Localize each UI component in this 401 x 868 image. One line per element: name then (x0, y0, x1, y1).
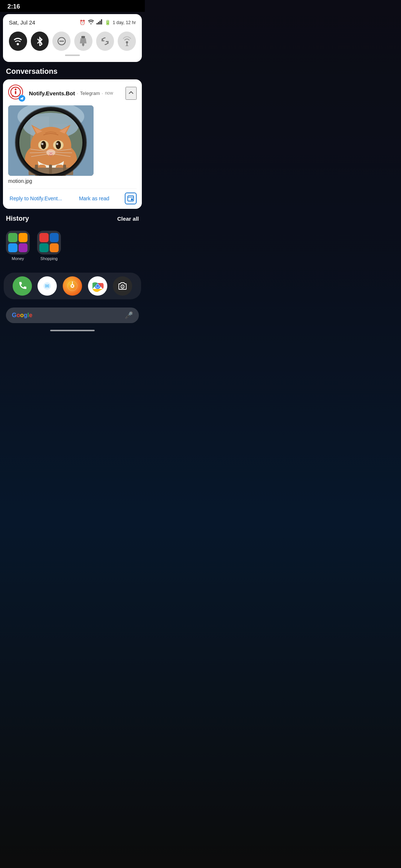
svg-point-67 (122, 286, 123, 287)
folder-sub-5 (39, 233, 49, 242)
folder-sub-6 (50, 233, 59, 242)
svg-point-15 (15, 89, 17, 91)
history-label: History (6, 215, 29, 223)
money-folder-label: Money (12, 256, 24, 261)
svg-rect-7 (81, 36, 85, 38)
conversations-text: Conversations (6, 67, 58, 75)
folder-sub-7 (39, 243, 49, 253)
google-mic-icon[interactable]: 🎤 (125, 311, 133, 319)
svg-point-11 (126, 41, 128, 43)
notif-icon-wrap (8, 85, 25, 102)
hotspot-toggle-button[interactable] (118, 32, 136, 51)
search-bar-wrap: Google 🎤 (0, 303, 145, 327)
google-logo: Google (12, 312, 32, 319)
notif-bot-name: Notify.Events.Bot (29, 90, 75, 96)
dock-camera-icon[interactable] (113, 276, 132, 296)
expand-notification-button[interactable] (125, 193, 137, 204)
rotate-toggle-button[interactable] (96, 32, 114, 51)
home-indicator (0, 327, 145, 333)
history-section: History Clear all (0, 209, 145, 227)
dnd-toggle-button[interactable] (52, 32, 71, 51)
app-folder-row: Money Shopping (6, 231, 139, 261)
svg-point-65 (96, 285, 99, 287)
notif-title-block: Notify.Events.Bot · Telegram · now (29, 90, 122, 96)
qs-buttons-row (9, 32, 136, 51)
dock-music-icon[interactable] (63, 276, 82, 296)
flashlight-toggle-button[interactable] (74, 32, 92, 51)
notif-header: Notify.Events.Bot · Telegram · now (8, 85, 137, 102)
dock-messages-icon[interactable]: ✉ (38, 276, 57, 296)
folder-sub-8 (50, 243, 59, 253)
notif-cat-image (8, 105, 94, 176)
notif-actions: Reply to Notify.Event... Mark as read (8, 188, 137, 204)
alarm-icon: ⏰ (79, 20, 85, 25)
dock-phone-icon[interactable] (13, 276, 32, 296)
notification-card: Notify.Events.Bot · Telegram · now (3, 79, 142, 209)
money-folder-icon (6, 231, 30, 254)
notif-app-line: Notify.Events.Bot · Telegram · now (29, 90, 122, 96)
notif-sep1: · (77, 91, 78, 96)
svg-rect-54 (131, 198, 133, 200)
qs-drag-handle (65, 55, 80, 56)
telegram-small-icon (19, 95, 25, 102)
wifi-toggle-button[interactable] (9, 32, 27, 51)
svg-point-32 (41, 143, 43, 145)
folder-sub-1 (8, 233, 17, 242)
signal-wifi-icon (88, 19, 94, 26)
svg-marker-8 (80, 38, 87, 43)
notif-app-name: Telegram (80, 91, 100, 96)
svg-point-4 (17, 43, 19, 45)
clear-all-button[interactable]: Clear all (117, 216, 139, 222)
svg-point-31 (41, 141, 46, 149)
notif-sep2: · (102, 91, 103, 96)
dock-area: ✉ (0, 265, 145, 303)
google-search-bar[interactable]: Google 🎤 (6, 308, 139, 323)
dock-row: ✉ (4, 273, 141, 299)
shopping-folder[interactable]: Shopping (37, 231, 61, 261)
svg-point-34 (56, 141, 61, 149)
home-bar (50, 330, 95, 331)
battery-text: 1 day, 12 hr (113, 20, 136, 25)
shopping-folder-label: Shopping (40, 256, 58, 261)
money-folder[interactable]: Money (6, 231, 30, 261)
svg-point-60 (72, 285, 73, 287)
status-bar: 2:16 (0, 0, 145, 12)
shopping-folder-icon (37, 231, 61, 254)
svg-text:✉: ✉ (45, 283, 49, 289)
reply-button[interactable]: Reply to Notify.Event... (8, 194, 66, 203)
svg-rect-16 (15, 91, 16, 94)
conversations-section-label: Conversations (0, 62, 145, 79)
qs-top-row: Sat, Jul 24 ⏰ (9, 19, 136, 26)
mark-as-read-button[interactable]: Mark as read (66, 194, 125, 203)
qs-status-icons: ⏰ 🔋 1 day, 12 hr (79, 19, 136, 26)
svg-rect-1 (98, 22, 99, 24)
svg-rect-2 (100, 21, 101, 24)
svg-rect-3 (101, 19, 102, 24)
bluetooth-toggle-button[interactable] (31, 32, 49, 51)
notif-filename: motion.jpg (8, 178, 137, 184)
battery-icon: 🔋 (105, 20, 111, 25)
qs-date: Sat, Jul 24 (9, 19, 35, 26)
home-area: Money Shopping (0, 227, 145, 261)
notif-collapse-button[interactable] (125, 87, 137, 100)
quick-settings-panel: Sat, Jul 24 ⏰ (3, 14, 142, 62)
folder-sub-4 (19, 243, 28, 253)
folder-sub-2 (19, 233, 28, 242)
svg-rect-0 (97, 23, 98, 24)
folder-sub-3 (8, 243, 17, 253)
svg-rect-9 (82, 43, 84, 46)
dock-chrome-icon[interactable] (88, 276, 107, 296)
notif-time: now (105, 91, 113, 96)
notif-image-wrap: motion.jpg (8, 105, 137, 184)
svg-point-35 (56, 143, 58, 145)
signal-bars-icon (97, 19, 102, 26)
status-time: 2:16 (7, 3, 20, 10)
